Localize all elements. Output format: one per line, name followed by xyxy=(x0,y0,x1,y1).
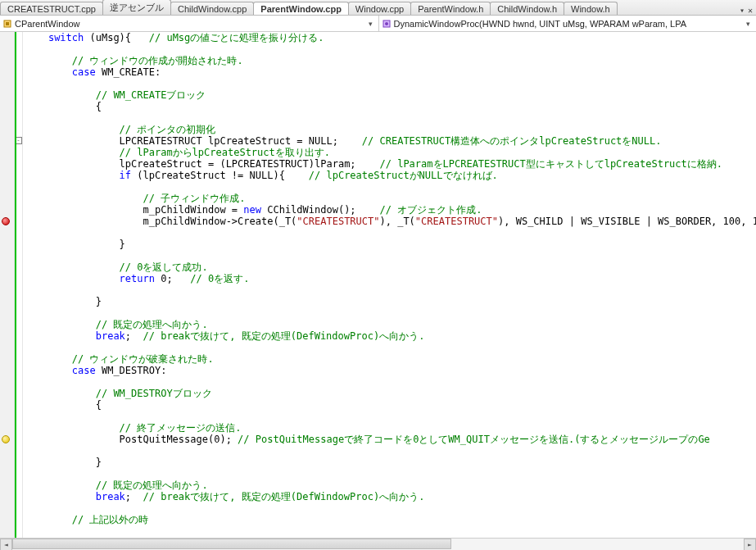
code-line[interactable]: } xyxy=(25,239,756,250)
file-tab[interactable]: ParentWindow.h xyxy=(410,2,491,15)
scope-selector[interactable]: CParentWindow ▾ xyxy=(0,16,378,31)
code-line[interactable] xyxy=(25,468,756,480)
scroll-thumb[interactable] xyxy=(12,539,451,549)
file-tab[interactable]: Window.h xyxy=(564,2,618,15)
code-line[interactable]: m_pChildWindow = new CChildWindow(); // … xyxy=(25,204,756,216)
code-line[interactable]: PostQuitMessage(0); // PostQuitMessageで終… xyxy=(25,434,756,445)
nav-bar: CParentWindow ▾ DynamicWindowProc(HWND h… xyxy=(0,16,756,32)
tab-close-icon[interactable]: ✕ xyxy=(748,6,753,15)
code-line[interactable]: // 既定の処理へ向かう. xyxy=(25,480,756,491)
breakpoint-gutter[interactable] xyxy=(0,32,15,538)
code-line[interactable]: lpCreateStruct = (LPCREATESTRUCT)lParam;… xyxy=(25,158,756,170)
code-line[interactable] xyxy=(25,411,756,422)
method-icon xyxy=(383,20,391,28)
code-line[interactable] xyxy=(25,342,756,353)
code-line[interactable]: // 子ウィンドウ作成. xyxy=(25,193,756,204)
file-tab[interactable]: ChildWindow.cpp xyxy=(170,2,254,15)
code-line[interactable]: return 0; // 0を返す. xyxy=(25,273,756,284)
code-line[interactable] xyxy=(25,250,756,261)
code-line[interactable] xyxy=(25,502,756,514)
member-label: DynamicWindowProc(HWND hwnd, UINT uMsg, … xyxy=(394,19,745,29)
code-line[interactable] xyxy=(25,307,756,319)
tab-controls: ▾ ✕ xyxy=(740,6,756,15)
tab-dropdown-icon[interactable]: ▾ xyxy=(740,6,745,15)
code-line[interactable]: break; // breakで抜けて, 既定の処理(DefWindowProc… xyxy=(25,330,756,342)
code-line[interactable]: switch (uMsg){ // uMsgの値ごとに処理を振り分ける. xyxy=(25,32,756,43)
code-line[interactable] xyxy=(25,445,756,457)
scroll-right-icon[interactable]: ► xyxy=(744,539,756,551)
svg-rect-1 xyxy=(6,22,9,25)
horizontal-scrollbar[interactable]: ◄ ► xyxy=(0,538,756,550)
chevron-down-icon[interactable]: ▾ xyxy=(366,20,375,28)
editor-area: - switch (uMsg){ // uMsgの値ごとに処理を振り分ける. /… xyxy=(0,32,756,538)
chevron-down-icon[interactable]: ▾ xyxy=(744,20,753,28)
code-line[interactable]: break; // breakで抜けて, 既定の処理(DefWindowProc… xyxy=(25,491,756,502)
code-editor[interactable]: switch (uMsg){ // uMsgの値ごとに処理を振り分ける. // … xyxy=(23,32,756,538)
breakpoint-marker[interactable] xyxy=(2,217,10,225)
code-line[interactable] xyxy=(25,78,756,89)
code-line[interactable]: // 既定の処理へ向かう. xyxy=(25,319,756,330)
code-line[interactable]: // WM_CREATEブロック xyxy=(25,89,756,101)
class-icon xyxy=(3,20,11,28)
code-line[interactable]: case WM_DESTROY: xyxy=(25,365,756,376)
code-line[interactable]: // lParamからlpCreateStructを取り出す. xyxy=(25,147,756,158)
scope-label: CParentWindow xyxy=(15,19,366,29)
code-line[interactable]: // WM_DESTROYブロック xyxy=(25,388,756,399)
file-tab[interactable]: 逆アセンブル xyxy=(102,0,171,15)
execution-marker[interactable] xyxy=(2,435,10,443)
code-line[interactable] xyxy=(25,227,756,239)
scroll-track[interactable] xyxy=(12,539,744,551)
svg-point-3 xyxy=(385,22,388,25)
scroll-left-icon[interactable]: ◄ xyxy=(0,539,12,551)
code-line[interactable] xyxy=(25,284,756,296)
code-line[interactable] xyxy=(25,43,756,55)
file-tab[interactable]: ParentWindow.cpp xyxy=(253,2,349,15)
code-line[interactable] xyxy=(25,181,756,193)
code-line[interactable]: case WM_CREATE: xyxy=(25,66,756,78)
change-indicator-bar xyxy=(15,32,16,538)
code-line[interactable] xyxy=(25,376,756,388)
code-line[interactable]: // 上記以外の時 xyxy=(25,514,756,525)
code-line[interactable]: // ウィンドウが破棄された時. xyxy=(25,353,756,365)
code-line[interactable]: } xyxy=(25,296,756,307)
file-tab[interactable]: Window.cpp xyxy=(348,2,411,15)
code-line[interactable]: // ウィンドウの作成が開始された時. xyxy=(25,55,756,66)
code-line[interactable]: LPCREATESTRUCT lpCreateStruct = NULL; //… xyxy=(25,135,756,147)
code-line[interactable]: m_pChildWindow->Create(_T("CREATESTRUCT"… xyxy=(25,216,756,227)
code-line[interactable] xyxy=(25,112,756,124)
file-tab-bar: CREATESTRUCT.cpp逆アセンブルChildWindow.cppPar… xyxy=(0,0,756,16)
member-selector[interactable]: DynamicWindowProc(HWND hwnd, UINT uMsg, … xyxy=(378,16,757,31)
file-tab[interactable]: ChildWindow.h xyxy=(490,2,564,15)
code-line[interactable]: { xyxy=(25,101,756,112)
code-line[interactable]: } xyxy=(25,457,756,468)
code-line[interactable]: // ポインタの初期化 xyxy=(25,124,756,135)
code-line[interactable]: // 0を返して成功. xyxy=(25,261,756,273)
file-tab[interactable]: CREATESTRUCT.cpp xyxy=(0,2,103,15)
code-line[interactable]: // 終了メッセージの送信. xyxy=(25,422,756,434)
code-line[interactable]: { xyxy=(25,399,756,411)
code-line[interactable]: if (lpCreateStruct != NULL){ // lpCreate… xyxy=(25,170,756,181)
